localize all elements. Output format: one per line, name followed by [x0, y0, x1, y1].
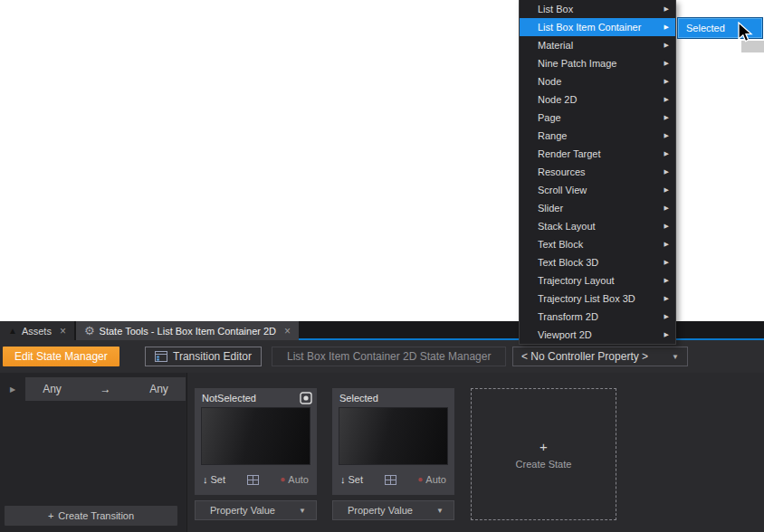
transition-editor-button[interactable]: Transition Editor [145, 347, 262, 366]
transition-editor-icon [155, 351, 167, 362]
controller-property-value: < No Controller Property > [521, 350, 648, 363]
auto-toggle[interactable]: ● Auto [417, 474, 446, 485]
close-icon[interactable]: × [60, 325, 66, 337]
menu-item-label: Trajectory List Box 3D [538, 293, 664, 304]
menu-item-nine-patch-image[interactable]: Nine Patch Image ▶ [520, 54, 675, 72]
states-area: NotSelected ↓ Set [187, 373, 764, 532]
tab-assets-label: Assets [22, 326, 52, 337]
set-label: Set [349, 474, 364, 485]
auto-toggle[interactable]: ● Auto [280, 474, 309, 485]
menu-item-label: Node [538, 76, 664, 87]
auto-dot-icon: ● [417, 475, 423, 484]
state-tools-content: ▶ Any → Any + Create Transition NotSel [0, 373, 764, 532]
menu-item-label: Page [538, 112, 664, 123]
menu-item-label: Render Target [538, 148, 664, 159]
create-transition-button[interactable]: + Create Transition [5, 506, 177, 526]
property-value-dropdown-notselected[interactable]: Property Value ▼ [195, 500, 317, 520]
state-tools-panel: ▲ Assets × ⚙ State Tools - List Box Item… [0, 321, 764, 532]
expander-icon[interactable]: ▶ [0, 377, 25, 401]
keyframe-icon[interactable] [385, 475, 396, 485]
create-state-label: Create State [516, 459, 572, 470]
state-tools-toolbar: Edit State Manager Transition Editor Lis… [0, 340, 764, 373]
state-card-notselected[interactable]: NotSelected ↓ Set [195, 388, 317, 495]
menu-item-label: Resources [538, 166, 664, 177]
menu-item-render-target[interactable]: Render Target ▶ [520, 145, 675, 163]
submenu-arrow-icon: ▶ [664, 259, 669, 266]
transition-row[interactable]: ▶ Any → Any [0, 377, 186, 401]
submenu-arrow-icon: ▶ [664, 223, 669, 230]
menu-item-page[interactable]: Page ▶ [520, 109, 675, 127]
state-card-header: Selected [332, 388, 454, 407]
state-card-selected[interactable]: Selected ↓ Set [332, 388, 454, 495]
menu-item-label: Trajectory Layout [538, 275, 664, 286]
set-button[interactable]: ↓ Set [203, 474, 225, 485]
menu-item-label: List Box Item Container [538, 22, 664, 33]
snapshot-icon[interactable] [300, 392, 312, 404]
gear-icon: ⚙ [84, 327, 95, 336]
property-value-label: Property Value [348, 505, 413, 516]
menu-item-label: Text Block 3D [538, 257, 664, 268]
transition-any-any[interactable]: Any → Any [25, 377, 186, 401]
menu-item-trajectory-layout[interactable]: Trajectory Layout ▶ [520, 271, 675, 290]
submenu-arrow-icon: ▶ [664, 186, 669, 194]
submenu-arrow-icon: ▶ [664, 168, 669, 176]
menu-item-label: Transform 2D [538, 311, 664, 322]
controller-property-dropdown[interactable]: < No Controller Property > ▼ [512, 347, 688, 366]
auto-label: Auto [288, 474, 309, 485]
property-value-dropdown-selected[interactable]: Property Value ▼ [332, 500, 454, 520]
tab-state-tools-label: State Tools - List Box Item Container 2D [100, 326, 276, 337]
menu-item-transform-2d[interactable]: Transform 2D ▶ [520, 308, 675, 326]
tab-assets[interactable]: ▲ Assets × [0, 321, 74, 340]
chevron-down-icon: ▼ [672, 353, 679, 361]
state-card-header: NotSelected [195, 388, 317, 407]
menu-item-label: Viewport 2D [538, 329, 664, 340]
create-state-button[interactable]: + Create State [471, 388, 616, 520]
submenu-arrow-icon: ▶ [664, 277, 669, 284]
menu-item-node-2d[interactable]: Node 2D ▶ [520, 90, 675, 109]
menu-item-text-block-3d[interactable]: Text Block 3D ▶ [520, 253, 675, 271]
menu-item-resources[interactable]: Resources ▶ [520, 163, 675, 181]
menu-item-viewport-2d[interactable]: Viewport 2D ▶ [520, 326, 675, 344]
set-arrow-icon: ↓ [340, 474, 346, 485]
tab-state-tools[interactable]: ⚙ State Tools - List Box Item Container … [76, 321, 299, 340]
property-value-label: Property Value [210, 505, 275, 516]
close-icon[interactable]: × [284, 325, 291, 337]
submenu-arrow-icon: ▶ [664, 313, 669, 320]
set-arrow-icon: ↓ [203, 474, 208, 485]
menu-item-label: List Box [538, 4, 664, 14]
menu-item-text-block[interactable]: Text Block ▶ [520, 235, 675, 253]
submenu-arrow-icon: ▶ [664, 331, 669, 338]
menu-item-label: Scroll View [538, 185, 664, 195]
state-name: Selected [339, 393, 450, 404]
menu-item-range[interactable]: Range ▶ [520, 127, 675, 145]
menu-item-label: Text Block [538, 239, 664, 250]
submenu-arrow-icon: ▶ [664, 5, 669, 13]
plus-icon: + [540, 439, 548, 454]
menu-item-slider[interactable]: Slider ▶ [520, 199, 675, 217]
menu-item-stack-layout[interactable]: Stack Layout ▶ [520, 217, 675, 235]
state-manager-name: List Box Item Container 2D State Manager [272, 347, 506, 366]
menu-item-list-box-item-container[interactable]: List Box Item Container ▶ [520, 18, 675, 36]
menu-item-node[interactable]: Node ▶ [520, 72, 675, 90]
edit-state-manager-button[interactable]: Edit State Manager [3, 347, 119, 366]
state-preview-thumbnail [339, 407, 448, 465]
create-transition-label: Create Transition [58, 510, 134, 521]
menu-item-scroll-view[interactable]: Scroll View ▶ [520, 181, 675, 199]
chevron-down-icon: ▼ [299, 507, 306, 515]
submenu-arrow-icon: ▶ [664, 78, 669, 85]
context-menu: List Box ▶ List Box Item Container ▶ Mat… [519, 0, 676, 345]
state-preview-thumbnail [201, 407, 310, 465]
menu-item-material[interactable]: Material ▶ [520, 36, 675, 54]
menu-item-label: Range [538, 130, 664, 141]
submenu-arrow-icon: ▶ [664, 60, 669, 67]
menu-item-trajectory-list-box-3d[interactable]: Trajectory List Box 3D ▶ [520, 290, 675, 308]
set-label: Set [211, 474, 226, 485]
transition-from: Any [25, 383, 79, 395]
menu-item-label: Stack Layout [538, 221, 664, 232]
keyframe-icon[interactable] [247, 475, 259, 485]
submenu-arrow-icon: ▶ [664, 114, 669, 121]
assets-icon: ▲ [8, 326, 17, 336]
set-button[interactable]: ↓ Set [340, 474, 363, 485]
submenu-arrow-icon: ▶ [664, 150, 669, 157]
menu-item-list-box[interactable]: List Box ▶ [520, 0, 675, 18]
